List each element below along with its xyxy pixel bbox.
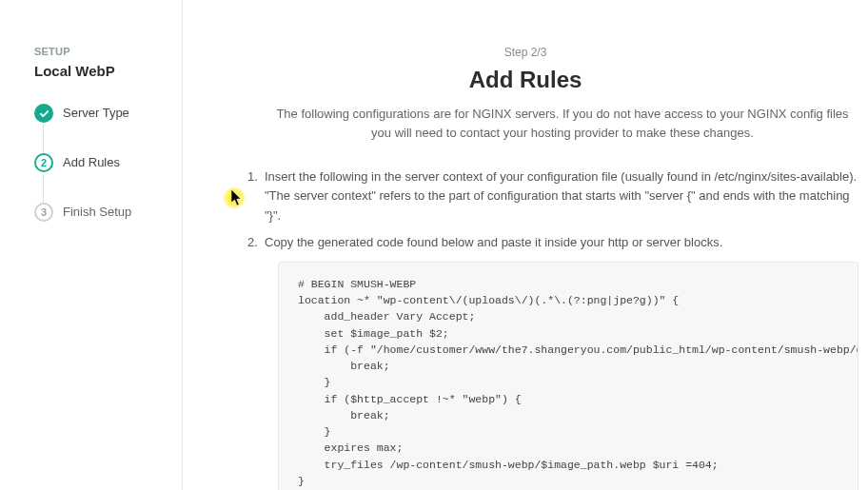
instruction-item-1: Insert the following in the server conte…: [251, 167, 858, 225]
step-number-icon: 2: [34, 153, 53, 172]
instruction-text: Copy the generated code found below and …: [265, 235, 722, 249]
step-counter: Step 2/3: [183, 46, 868, 59]
check-icon: [34, 104, 53, 123]
page-title: Add Rules: [183, 67, 868, 93]
step-label: Server Type: [63, 106, 129, 120]
instruction-text: Insert the following in the server conte…: [265, 169, 857, 222]
step-add-rules[interactable]: 2 Add Rules: [34, 153, 182, 203]
step-finish-setup[interactable]: 3 Finish Setup: [34, 203, 182, 252]
main-content: Step 2/3 Add Rules The following configu…: [183, 0, 868, 490]
product-title: Local WebP: [34, 63, 163, 79]
step-number-icon: 3: [34, 203, 53, 222]
page-description: The following configurations are for NGI…: [183, 105, 868, 143]
step-label: Add Rules: [63, 155, 120, 169]
sidebar: SETUP Local WebP Server Type 2 Add Rules…: [0, 0, 183, 490]
step-label: Finish Setup: [63, 205, 131, 219]
instruction-list: Insert the following in the server conte…: [183, 167, 868, 490]
step-server-type[interactable]: Server Type: [34, 104, 182, 153]
setup-label: SETUP: [34, 46, 163, 57]
instruction-item-2: Copy the generated code found below and …: [251, 233, 858, 490]
step-list: Server Type 2 Add Rules 3 Finish Setup: [0, 104, 182, 252]
sidebar-header: SETUP Local WebP: [0, 0, 182, 79]
nginx-code-block[interactable]: # BEGIN SMUSH-WEBP location ~* "wp-conte…: [278, 262, 858, 490]
